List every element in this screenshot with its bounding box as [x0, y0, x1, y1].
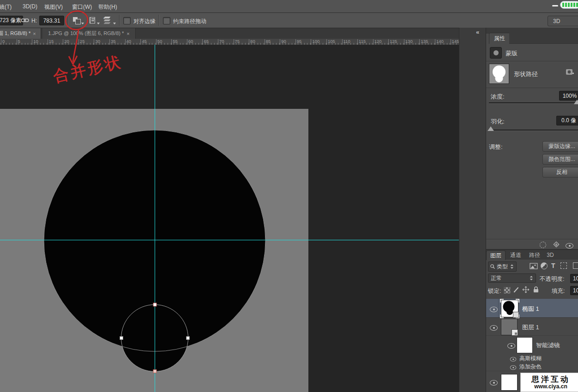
filter-eye-icon[interactable] — [510, 365, 517, 370]
ruler-label: 65 — [202, 39, 209, 44]
shape-path-thumbnail[interactable] — [489, 64, 509, 84]
opacity-label: 不透明度: — [540, 275, 564, 283]
layer-thumbnail[interactable] — [501, 319, 518, 335]
menu-item-filter[interactable]: 滤镜(T) — [0, 3, 12, 11]
layer-row-ellipse1[interactable]: 椭圆 1 — [486, 299, 578, 318]
menu-item-window[interactable]: 窗口(W) — [72, 3, 92, 11]
layer-visibility-eye-icon[interactable] — [490, 325, 498, 331]
document-tab-1[interactable]: 圆 1, RGB/8) * × — [0, 28, 41, 39]
ruler[interactable]: 0510152025303540455055606570758085909510… — [0, 39, 459, 45]
tab-3d[interactable]: 3D — [544, 250, 556, 260]
add-mask-icon[interactable] — [566, 68, 575, 77]
filter-type-layers-icon[interactable]: T — [551, 262, 555, 269]
filter-row-gaussian-blur[interactable]: 高斯模糊 — [486, 354, 578, 362]
filter-name[interactable]: 高斯模糊 — [519, 355, 542, 362]
density-value[interactable]: 100% — [559, 91, 578, 101]
tab-close-icon[interactable]: × — [33, 31, 36, 36]
ruler-label: 130 — [404, 39, 413, 44]
anchor-point-top — [153, 303, 157, 306]
density-slider-handle[interactable] — [574, 100, 578, 104]
layer-thumbnail[interactable] — [501, 374, 518, 391]
ruler-tick — [342, 39, 343, 45]
ruler-tick — [388, 39, 389, 45]
link-dimensions-icon[interactable] — [21, 18, 29, 23]
filter-row-add-noise[interactable]: 添加杂色 — [486, 362, 578, 370]
constrain-path-drag-checkbox[interactable] — [163, 17, 170, 24]
path-operations-button[interactable] — [71, 15, 85, 26]
layer-thumbnail[interactable] — [501, 300, 518, 317]
ruler-tick — [234, 39, 234, 45]
lock-all-icon[interactable] — [533, 286, 539, 293]
ruler-label: 15 — [48, 39, 54, 44]
battery-indicator — [560, 1, 578, 9]
watermark-url: www.ciya.cn — [534, 384, 567, 390]
color-range-button[interactable]: 颜色范围... — [542, 154, 578, 165]
ruler-label: 0 — [1, 39, 5, 44]
tab-paths[interactable]: 路径 — [526, 250, 543, 260]
fill-value[interactable]: 100 — [570, 286, 578, 295]
filter-shape-layers-icon[interactable] — [560, 262, 567, 269]
layer-visibility-eye-icon[interactable] — [490, 380, 498, 386]
align-edges-checkbox[interactable] — [123, 17, 131, 24]
lock-image-brush-icon[interactable] — [513, 286, 520, 293]
path-arrange-button[interactable]: + — [102, 15, 116, 26]
ruler-label: 70 — [218, 39, 224, 44]
layer-name[interactable]: 图层 1 — [522, 323, 539, 332]
filter-smart-objects-icon[interactable] — [573, 262, 578, 269]
lock-position-icon[interactable] — [522, 286, 530, 293]
density-slider[interactable] — [489, 102, 578, 104]
filter-name[interactable]: 添加杂色 — [519, 363, 542, 371]
workspace-switcher-button[interactable]: 3D — [548, 16, 578, 26]
feather-slider-handle[interactable] — [488, 126, 494, 131]
feather-value[interactable]: 0.0 像 — [556, 116, 578, 125]
ruler-tick — [249, 39, 249, 45]
panel-dock-strip: « — [459, 28, 486, 392]
opacity-value[interactable]: 100 — [570, 274, 578, 283]
filter-eye-icon[interactable] — [510, 357, 517, 362]
align-edges-label: 对齐边缘 — [133, 18, 156, 25]
layer-name[interactable]: 椭圆 1 — [522, 305, 539, 313]
smart-filters-row[interactable]: 智能滤镜 — [486, 336, 578, 353]
watermark: 思洋互动 www.ciya.cn — [520, 373, 578, 392]
tab-close-icon[interactable]: × — [126, 31, 129, 36]
fill-label: 填充: — [552, 287, 565, 295]
blend-mode-select[interactable]: 正常 — [488, 273, 536, 283]
ruler-tick — [326, 39, 327, 45]
apply-mask-icon[interactable] — [553, 241, 560, 248]
filter-mask-thumbnail[interactable] — [517, 337, 533, 353]
path-align-button[interactable] — [88, 15, 101, 26]
properties-tab[interactable]: 属性 — [489, 33, 510, 44]
ruler-label: 10 — [32, 39, 38, 44]
anchor-point-left — [120, 337, 123, 340]
width-input[interactable]: 723 像素 — [0, 16, 23, 25]
feather-slider[interactable] — [489, 130, 578, 131]
ruler-tick — [94, 39, 94, 45]
lock-transparency-icon[interactable] — [504, 287, 511, 294]
load-selection-icon[interactable] — [540, 242, 546, 248]
menu-item-view[interactable]: 视图(V) — [44, 3, 63, 11]
menu-item-3d[interactable]: 3D(D) — [23, 3, 37, 10]
menu-item-help[interactable]: 帮助(H) — [98, 3, 117, 11]
collapse-dock-icon[interactable]: « — [476, 29, 479, 36]
tab-layers[interactable]: 图层 — [486, 250, 506, 260]
height-input[interactable]: 783.31 — [39, 16, 64, 25]
filter-adjustment-layers-icon[interactable] — [541, 262, 548, 269]
layer-row-layer1[interactable]: 图层 1 — [486, 318, 578, 336]
mask-visibility-eye-icon[interactable] — [566, 243, 573, 249]
ruler-tick — [295, 39, 296, 45]
tab-channels[interactable]: 通道 — [506, 250, 525, 260]
mask-edge-button[interactable]: 蒙版边缘... — [542, 141, 578, 152]
ruler-tick — [63, 39, 63, 45]
kind-filter-select[interactable]: 类型 — [488, 261, 517, 272]
layer-visibility-eye-icon[interactable] — [490, 307, 498, 312]
document-tab-2[interactable]: 1.JPG @ 100% (图层 6, RGB/8) * × — [42, 28, 136, 39]
filter-pixel-layers-icon[interactable] — [530, 263, 538, 269]
ruler-label: 105 — [326, 39, 335, 44]
ruler-label: 40 — [125, 39, 132, 44]
canvas[interactable] — [0, 45, 459, 392]
smart-filters-eye-icon[interactable] — [507, 343, 515, 349]
shape-path-label: 形状路径 — [514, 70, 538, 78]
watermark-title: 思洋互动 — [531, 375, 570, 384]
options-bar: 723 像素 H: 783.31 + — [0, 13, 578, 28]
invert-button[interactable]: 反相 — [542, 167, 578, 178]
